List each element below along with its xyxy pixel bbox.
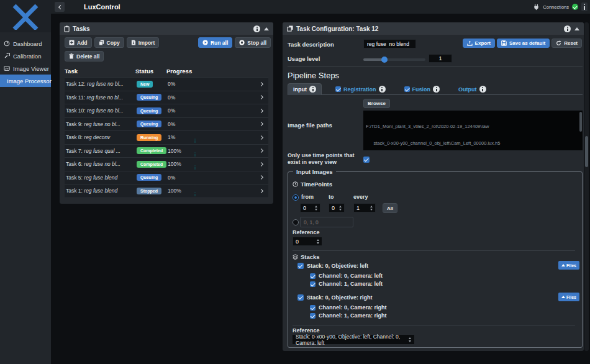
tasks-panel-header[interactable]: Tasks xyxy=(60,22,273,35)
usage-level-input[interactable] xyxy=(429,54,452,63)
info-icon[interactable] xyxy=(253,25,260,32)
info-icon[interactable] xyxy=(379,86,386,93)
status-badge: Queuing xyxy=(137,94,161,101)
sidebar-item-calibration[interactable]: Calibration xyxy=(0,50,51,62)
stack-checkbox[interactable] xyxy=(297,294,304,301)
slider-handle[interactable] xyxy=(381,57,388,63)
from-stepper[interactable]: 0 xyxy=(300,203,320,212)
table-row[interactable]: Task 12: reg fuse no bl... New 0% xyxy=(65,78,268,91)
pattern-radio[interactable] xyxy=(293,219,299,225)
channel-row[interactable]: Channel: 0, Camera: left xyxy=(310,273,383,279)
reset-button[interactable]: Reset xyxy=(551,39,582,48)
chevron-right-icon[interactable] xyxy=(259,189,263,193)
table-row[interactable]: Task 11: reg fuse no bl... Queuing 0% xyxy=(65,91,268,105)
channel-row[interactable]: Channel: 0, Camera: right xyxy=(310,304,387,311)
stop-all-button[interactable]: Stop all xyxy=(235,37,271,48)
stack-reference-select[interactable]: Stack: 0-x00-y00, Objective: left, Chann… xyxy=(293,335,414,344)
channel-row[interactable]: Channel: 1, Camera: right xyxy=(310,312,387,319)
reference-value: 0 xyxy=(296,239,299,245)
play-circle-icon xyxy=(202,40,208,45)
progress-value: 100% xyxy=(168,148,191,154)
collapse-icon[interactable] xyxy=(264,27,269,30)
all-button[interactable]: All xyxy=(383,203,397,213)
pattern-input[interactable] xyxy=(300,217,353,227)
paths-scrollbar-thumb[interactable] xyxy=(579,112,582,132)
chevron-right-icon[interactable] xyxy=(259,122,263,126)
only-use-timepoints-checkbox[interactable] xyxy=(363,157,370,163)
scrollbar-thumb[interactable] xyxy=(585,136,588,167)
tab-input[interactable]: Input xyxy=(288,83,322,95)
registration-checkbox[interactable] xyxy=(335,86,341,92)
collapse-icon[interactable] xyxy=(574,27,579,30)
task-name: Task 6: reg fuse no bl... xyxy=(66,161,137,167)
timepoints-label: TimePoints xyxy=(301,181,332,188)
back-button[interactable] xyxy=(55,2,65,12)
files-button[interactable]: Files xyxy=(558,293,579,301)
info-icon[interactable] xyxy=(433,86,440,93)
stepper-arrows-icon[interactable] xyxy=(317,239,319,244)
save-icon xyxy=(501,40,507,46)
channel-checkbox[interactable] xyxy=(310,305,315,311)
fusion-checkbox[interactable] xyxy=(404,86,410,92)
chevron-right-icon[interactable] xyxy=(259,135,263,140)
channel-checkbox[interactable] xyxy=(310,313,315,319)
table-row[interactable]: Task 5: reg fuse blend Queuing 0% xyxy=(65,171,268,185)
run-all-button[interactable]: Run all xyxy=(198,37,232,48)
stack-group-row[interactable]: Stack: 0, Objective: right xyxy=(297,294,373,301)
stepper-arrows-icon[interactable] xyxy=(315,206,317,211)
table-row[interactable]: Task 10: reg fuse no bl... Queuing 0% xyxy=(65,104,268,118)
chevron-right-icon[interactable] xyxy=(259,82,263,86)
files-button[interactable]: Files xyxy=(558,261,579,270)
range-radio[interactable] xyxy=(293,194,299,201)
stepper-arrows-icon[interactable] xyxy=(339,206,342,211)
table-row[interactable]: Task 6: reg fuse no bl... Completed 100% xyxy=(65,158,268,171)
table-row[interactable]: Task 8: reg deconv Running 1% xyxy=(65,131,268,145)
copy-button[interactable]: Copy xyxy=(94,37,124,48)
table-row[interactable]: Task 1: reg fuse blend Stopped 100% xyxy=(65,184,268,198)
info-icon[interactable] xyxy=(479,86,486,93)
progress-value: 1% xyxy=(168,134,191,140)
browse-button[interactable]: Browse xyxy=(363,99,390,108)
tab-fusion[interactable]: Fusion xyxy=(399,84,445,94)
delete-all-button[interactable]: Delete all xyxy=(65,51,104,61)
add-button[interactable]: Add xyxy=(65,37,92,48)
chevron-right-icon[interactable] xyxy=(259,162,263,166)
table-row[interactable]: Task 9: reg fuse no bl... Queuing 0% xyxy=(65,118,268,132)
info-icon[interactable] xyxy=(564,25,571,32)
dashboard-icon xyxy=(4,40,10,47)
status-icon[interactable] xyxy=(581,2,588,11)
channel-checkbox[interactable] xyxy=(310,281,315,287)
every-stepper[interactable]: 1 xyxy=(353,203,376,212)
save-as-default-button[interactable]: Save as default xyxy=(497,39,550,48)
wrench-icon xyxy=(4,53,10,59)
task-config-header[interactable]: Task Configuration: Task 12 xyxy=(283,22,584,35)
chevron-right-icon[interactable] xyxy=(259,148,263,153)
sidebar-item-image-viewer[interactable]: Image Viewer xyxy=(0,62,51,75)
sidebar-item-image-processor[interactable]: Image Processor xyxy=(0,75,51,87)
stack-checkbox[interactable] xyxy=(297,263,304,269)
export-button[interactable]: Export xyxy=(463,39,495,48)
to-stepper[interactable]: 0 xyxy=(329,203,345,212)
info-icon[interactable] xyxy=(309,86,316,93)
tasks-table-header: Task Status Progress xyxy=(60,66,273,76)
usage-level-slider[interactable] xyxy=(363,58,425,61)
chevron-right-icon[interactable] xyxy=(259,109,263,113)
status-badge: Completed xyxy=(137,147,166,154)
config-scrollbar[interactable] xyxy=(584,22,589,351)
tab-registration[interactable]: Registration xyxy=(330,84,391,94)
stepper-arrows-icon[interactable] xyxy=(370,206,373,211)
task-name: Task 5: reg fuse blend xyxy=(66,175,137,181)
chevron-right-icon[interactable] xyxy=(259,95,263,99)
image-file-paths-box[interactable]: F:/TD1_Moni_plant_3_vtiles_2_rot\2020-02… xyxy=(363,111,583,150)
sidebar-item-dashboard[interactable]: Dashboard xyxy=(0,37,51,50)
chevron-right-icon[interactable] xyxy=(259,175,263,180)
task-description-input[interactable] xyxy=(363,39,416,48)
table-row[interactable]: Task 7: reg fuse qual ... Completed 100% xyxy=(65,145,268,158)
channel-row[interactable]: Channel: 1, Camera: left xyxy=(310,281,383,287)
reference-stepper[interactable]: 0 xyxy=(293,237,322,246)
stack-group-row[interactable]: Stack: 0, Objective: left xyxy=(297,263,368,269)
channel-checkbox[interactable] xyxy=(310,273,315,279)
tab-output[interactable]: Output xyxy=(453,84,491,94)
import-button[interactable]: Import xyxy=(127,37,159,48)
stop-circle-icon xyxy=(239,40,245,45)
